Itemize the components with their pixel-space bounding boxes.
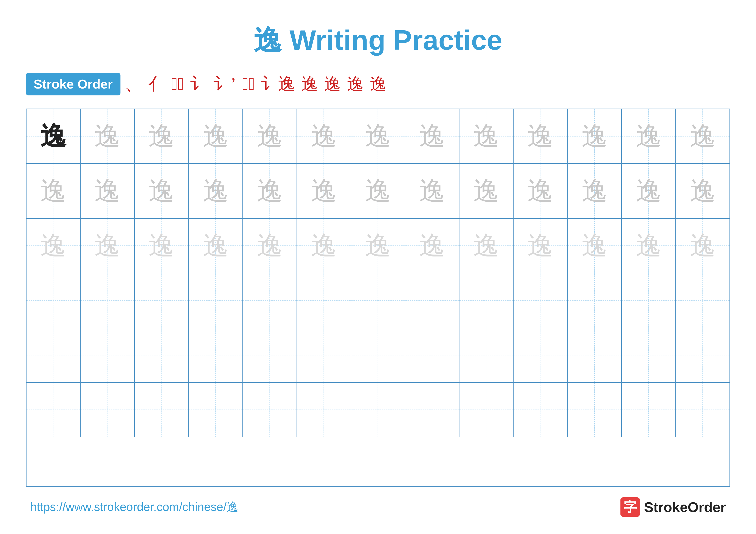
grid-cell-r1-c13: 逸: [676, 109, 729, 163]
grid-cell-r6-c4[interactable]: [189, 383, 243, 437]
grid-cell-r2-c3: 逸: [135, 164, 189, 218]
grid-cell-r3-c7: 逸: [351, 219, 405, 273]
grid-cell-r4-c8[interactable]: [405, 273, 459, 327]
stroke-order-row: Stroke Order 、 亻 亻́ 讠 讠’ 讠̀ 讠逸 逸 逸 逸 逸: [26, 72, 730, 96]
grid-cell-r6-c10[interactable]: [514, 383, 568, 437]
grid-cell-r6-c12[interactable]: [622, 383, 676, 437]
stroke-6: 讠̀: [242, 74, 255, 94]
grid-cell-r3-c12: 逸: [622, 219, 676, 273]
grid-cell-r1-c11: 逸: [568, 109, 622, 163]
grid-cell-r4-c10[interactable]: [514, 273, 568, 327]
grid-cell-r2-c9: 逸: [459, 164, 514, 218]
stroke-9: 逸: [324, 73, 341, 95]
grid-cell-r6-c5[interactable]: [243, 383, 297, 437]
grid-cell-r1-c7: 逸: [351, 109, 405, 163]
grid-cell-r1-c10: 逸: [514, 109, 568, 163]
grid-cell-r3-c5: 逸: [243, 219, 297, 273]
stroke-sequence: 、 亻 亻́ 讠 讠’ 讠̀ 讠逸 逸 逸 逸 逸: [125, 72, 387, 96]
grid-cell-r3-c13: 逸: [676, 219, 729, 273]
grid-cell-r1-c12: 逸: [622, 109, 676, 163]
stroke-3: 亻́: [171, 74, 184, 94]
grid-cell-r3-c1: 逸: [27, 219, 81, 273]
stroke-10: 逸: [347, 73, 364, 95]
grid-cell-r4-c13[interactable]: [676, 273, 729, 327]
grid-cell-r2-c10: 逸: [514, 164, 568, 218]
grid-cell-r5-c13[interactable]: [676, 328, 729, 382]
strokeorder-logo-icon: 字: [620, 497, 640, 517]
stroke-2: 亻: [148, 72, 165, 96]
page: 逸 Writing Practice Stroke Order 、 亻 亻́ 讠…: [0, 0, 756, 534]
grid-row-5: [27, 328, 729, 383]
grid-cell-r3-c11: 逸: [568, 219, 622, 273]
grid-cell-r3-c9: 逸: [459, 219, 514, 273]
grid-cell-r2-c7: 逸: [351, 164, 405, 218]
grid-cell-r2-c11: 逸: [568, 164, 622, 218]
grid-cell-r3-c10: 逸: [514, 219, 568, 273]
grid-cell-r3-c6: 逸: [297, 219, 351, 273]
grid-row-6: [27, 383, 729, 437]
footer-url[interactable]: https://www.strokeorder.com/chinese/逸: [30, 499, 238, 515]
grid-cell-r5-c1[interactable]: [27, 328, 81, 382]
grid-cell-r5-c7[interactable]: [351, 328, 405, 382]
grid-cell-r5-c3[interactable]: [135, 328, 189, 382]
grid-cell-r6-c11[interactable]: [568, 383, 622, 437]
grid-cell-r4-c6[interactable]: [297, 273, 351, 327]
stroke-1: 、: [125, 72, 142, 96]
grid-cell-r6-c3[interactable]: [135, 383, 189, 437]
page-title: 逸 Writing Practice: [254, 21, 502, 60]
grid-cell-r5-c5[interactable]: [243, 328, 297, 382]
grid-cell-r4-c2[interactable]: [81, 273, 135, 327]
grid-row-1: 逸 逸 逸 逸 逸 逸 逸 逸 逸 逸 逸 逸 逸: [27, 109, 729, 164]
grid-row-2: 逸 逸 逸 逸 逸 逸 逸 逸 逸 逸 逸 逸 逸: [27, 164, 729, 219]
grid-cell-r6-c9[interactable]: [459, 383, 514, 437]
grid-cell-r4-c3[interactable]: [135, 273, 189, 327]
footer: https://www.strokeorder.com/chinese/逸 字 …: [26, 497, 730, 517]
grid-cell-r1-c1: 逸: [27, 109, 81, 163]
grid-cell-r3-c4: 逸: [189, 219, 243, 273]
grid-cell-r4-c12[interactable]: [622, 273, 676, 327]
grid-cell-r5-c4[interactable]: [189, 328, 243, 382]
grid-cell-r4-c7[interactable]: [351, 273, 405, 327]
grid-cell-r6-c6[interactable]: [297, 383, 351, 437]
grid-cell-r2-c12: 逸: [622, 164, 676, 218]
stroke-5: 讠’: [213, 72, 236, 96]
grid-cell-r4-c9[interactable]: [459, 273, 514, 327]
grid-row-3: 逸 逸 逸 逸 逸 逸 逸 逸 逸 逸 逸 逸 逸: [27, 219, 729, 273]
grid-cell-r2-c6: 逸: [297, 164, 351, 218]
grid-cell-r4-c5[interactable]: [243, 273, 297, 327]
grid-cell-r3-c3: 逸: [135, 219, 189, 273]
grid-cell-r1-c3: 逸: [135, 109, 189, 163]
grid-cell-r2-c5: 逸: [243, 164, 297, 218]
grid-cell-r6-c1[interactable]: [27, 383, 81, 437]
grid-cell-r1-c5: 逸: [243, 109, 297, 163]
grid-cell-r1-c6: 逸: [297, 109, 351, 163]
practice-grid: 逸 逸 逸 逸 逸 逸 逸 逸 逸 逸 逸 逸 逸 逸 逸 逸 逸 逸 逸 逸 …: [26, 109, 730, 487]
grid-cell-r3-c8: 逸: [405, 219, 459, 273]
grid-cell-r2-c8: 逸: [405, 164, 459, 218]
strokeorder-logo-text: StrokeOrder: [644, 499, 726, 515]
stroke-8: 逸: [301, 73, 318, 95]
grid-cell-r2-c4: 逸: [189, 164, 243, 218]
grid-cell-r5-c8[interactable]: [405, 328, 459, 382]
grid-cell-r5-c6[interactable]: [297, 328, 351, 382]
char-dark: 逸: [40, 119, 66, 154]
grid-cell-r1-c9: 逸: [459, 109, 514, 163]
grid-cell-r4-c4[interactable]: [189, 273, 243, 327]
grid-cell-r5-c2[interactable]: [81, 328, 135, 382]
grid-cell-r5-c10[interactable]: [514, 328, 568, 382]
stroke-order-badge: Stroke Order: [26, 73, 121, 95]
grid-cell-r5-c9[interactable]: [459, 328, 514, 382]
grid-cell-r5-c12[interactable]: [622, 328, 676, 382]
grid-cell-r2-c1: 逸: [27, 164, 81, 218]
grid-cell-r6-c2[interactable]: [81, 383, 135, 437]
grid-cell-r3-c2: 逸: [81, 219, 135, 273]
grid-cell-r1-c2: 逸: [81, 109, 135, 163]
grid-cell-r4-c11[interactable]: [568, 273, 622, 327]
grid-cell-r4-c1[interactable]: [27, 273, 81, 327]
grid-cell-r6-c7[interactable]: [351, 383, 405, 437]
grid-cell-r5-c11[interactable]: [568, 328, 622, 382]
footer-logo: 字 StrokeOrder: [620, 497, 726, 517]
grid-cell-r6-c13[interactable]: [676, 383, 729, 437]
stroke-7: 讠逸: [261, 72, 295, 96]
grid-cell-r6-c8[interactable]: [405, 383, 459, 437]
